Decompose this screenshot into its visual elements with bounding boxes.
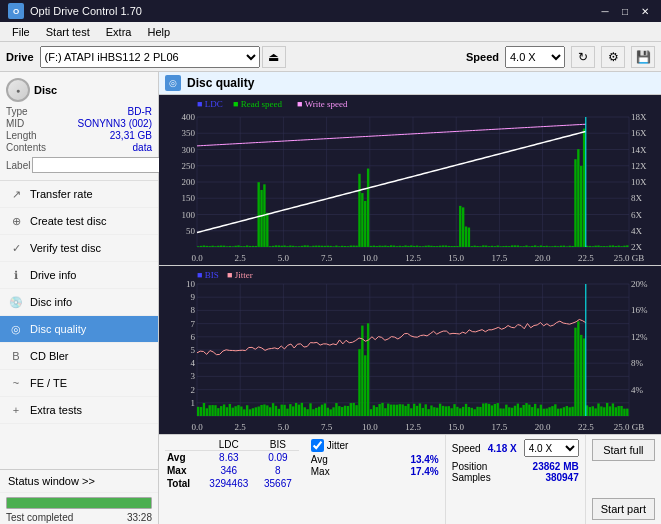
disc-header: ● Disc: [6, 78, 152, 102]
progress-bar-fill: [7, 498, 151, 508]
disc-contents-row: Contents data: [6, 142, 152, 153]
eject-button[interactable]: ⏏: [262, 46, 286, 68]
label-row: Label 🔍: [6, 156, 152, 174]
transfer-rate-icon: ↗: [8, 186, 24, 202]
speed-small-select[interactable]: 4.0 X 2.0 X 8.0 X: [524, 439, 579, 457]
jitter-avg-row: Avg 13.4%: [311, 454, 439, 465]
col-ldc-header: LDC: [201, 439, 257, 451]
jitter-max-value: 17.4%: [410, 466, 438, 477]
disc-section-label: Disc: [34, 84, 57, 96]
position-label: Position: [452, 461, 488, 472]
progress-bar: [6, 497, 152, 509]
jitter-checkbox[interactable]: [311, 439, 324, 452]
col-bis-header: BIS: [257, 439, 299, 451]
settings-button[interactable]: ⚙: [601, 46, 625, 68]
disc-quality-title: Disc quality: [187, 76, 254, 90]
sidebar-item-verify-test-disc[interactable]: ✓ Verify test disc: [0, 235, 158, 262]
samples-label: Samples: [452, 472, 491, 483]
disc-type-value: BD-R: [128, 106, 152, 117]
row-avg-ldc: 8.63: [201, 451, 257, 465]
label-field-label: Label: [6, 160, 30, 171]
sidebar-item-label: Drive info: [30, 269, 76, 281]
drive-info-icon: ℹ: [8, 267, 24, 283]
speed-label-static: Speed: [452, 443, 481, 454]
sidebar-item-label: Extra tests: [30, 404, 82, 416]
row-max-label: Max: [165, 464, 201, 477]
speed-select[interactable]: 4.0 X 1.0 X 2.0 X 6.0 X 8.0 X: [505, 46, 565, 68]
disc-length-label: Length: [6, 130, 37, 141]
sidebar-item-label: Disc quality: [30, 323, 86, 335]
app-title: Opti Drive Control 1.70: [30, 5, 142, 17]
jitter-avg-label: Avg: [311, 454, 328, 465]
sidebar-item-transfer-rate[interactable]: ↗ Transfer rate: [0, 181, 158, 208]
status-window-button[interactable]: Status window >>: [0, 470, 158, 493]
minimize-button[interactable]: ─: [597, 3, 613, 19]
close-button[interactable]: ✕: [637, 3, 653, 19]
sidebar-item-label: Disc info: [30, 296, 72, 308]
menu-extra[interactable]: Extra: [98, 24, 140, 40]
drive-select[interactable]: (F:) ATAPI iHBS112 2 PL06: [40, 46, 260, 68]
statusbar-section: Status window >> Test completed 33:28: [0, 469, 158, 524]
jitter-section: Jitter Avg 13.4% Max 17.4%: [305, 435, 445, 524]
sidebar-item-label: CD Bler: [30, 350, 69, 362]
maximize-button[interactable]: □: [617, 3, 633, 19]
disc-quality-icon: ◎: [8, 321, 24, 337]
refresh-button[interactable]: ↻: [571, 46, 595, 68]
status-text: Test completed 33:28: [0, 511, 158, 524]
drivebar: Drive (F:) ATAPI iHBS112 2 PL06 ⏏ Speed …: [0, 42, 661, 72]
disc-icon: ●: [6, 78, 30, 102]
chart-top: [159, 95, 661, 266]
row-total-label: Total: [165, 477, 201, 490]
chart-bottom: [159, 266, 661, 434]
jitter-max-row: Max 17.4%: [311, 466, 439, 477]
sidebar-item-disc-info[interactable]: 💿 Disc info: [0, 289, 158, 316]
sidebar-item-fe-te[interactable]: ~ FE / TE: [0, 370, 158, 397]
sidebar-item-create-test-disc[interactable]: ⊕ Create test disc: [0, 208, 158, 235]
sidebar-item-extra-tests[interactable]: + Extra tests: [0, 397, 158, 424]
charts: [159, 95, 661, 434]
label-input[interactable]: [32, 157, 161, 173]
sidebar-item-cd-bler[interactable]: B CD Bler: [0, 343, 158, 370]
content: ◎ Disc quality LDC BIS: [159, 72, 661, 524]
status-message: Test completed: [6, 512, 73, 523]
save-button[interactable]: 💾: [631, 46, 655, 68]
disc-info-icon: 💿: [8, 294, 24, 310]
speed-section: Speed 4.18 X 4.0 X 2.0 X 8.0 X Position …: [445, 435, 585, 524]
row-total-ldc: 3294463: [201, 477, 257, 490]
start-part-button[interactable]: Start part: [592, 498, 655, 520]
app-icon: O: [8, 3, 24, 19]
disc-quality-header-icon: ◎: [165, 75, 181, 91]
sidebar: ● Disc Type BD-R MID SONYNN3 (002) Lengt…: [0, 72, 159, 524]
status-window-label: Status window >>: [8, 475, 95, 487]
disc-length-row: Length 23,31 GB: [6, 130, 152, 141]
speed-value: 4.18 X: [488, 443, 517, 454]
titlebar-controls: ─ □ ✕: [597, 3, 653, 19]
row-max-bis: 8: [257, 464, 299, 477]
sidebar-item-label: Transfer rate: [30, 188, 93, 200]
stats-table: LDC BIS Avg 8.63 0.09 Max 346: [159, 435, 305, 524]
status-time: 33:28: [127, 512, 152, 523]
start-full-button[interactable]: Start full: [592, 439, 655, 461]
disc-contents-label: Contents: [6, 142, 46, 153]
speed-info-row: Speed 4.18 X 4.0 X 2.0 X 8.0 X: [452, 439, 579, 457]
disc-type-label: Type: [6, 106, 28, 117]
jitter-max-label: Max: [311, 466, 330, 477]
sidebar-item-drive-info[interactable]: ℹ Drive info: [0, 262, 158, 289]
progress-row: [0, 493, 158, 511]
sidebar-item-label: Create test disc: [30, 215, 106, 227]
bottom-chart-canvas: [159, 266, 661, 434]
menu-file[interactable]: File: [4, 24, 38, 40]
extra-tests-icon: +: [8, 402, 24, 418]
jitter-check-row: Jitter: [311, 439, 439, 452]
row-avg-bis: 0.09: [257, 451, 299, 465]
titlebar-left: O Opti Drive Control 1.70: [8, 3, 142, 19]
sidebar-nav: ↗ Transfer rate ⊕ Create test disc ✓ Ver…: [0, 181, 158, 469]
sidebar-item-label: Verify test disc: [30, 242, 101, 254]
sidebar-item-disc-quality[interactable]: ◎ Disc quality: [0, 316, 158, 343]
menu-start-test[interactable]: Start test: [38, 24, 98, 40]
menu-help[interactable]: Help: [139, 24, 178, 40]
sidebar-item-label: FE / TE: [30, 377, 67, 389]
position-value: 23862 MB: [533, 461, 579, 472]
titlebar: O Opti Drive Control 1.70 ─ □ ✕: [0, 0, 661, 22]
create-test-disc-icon: ⊕: [8, 213, 24, 229]
